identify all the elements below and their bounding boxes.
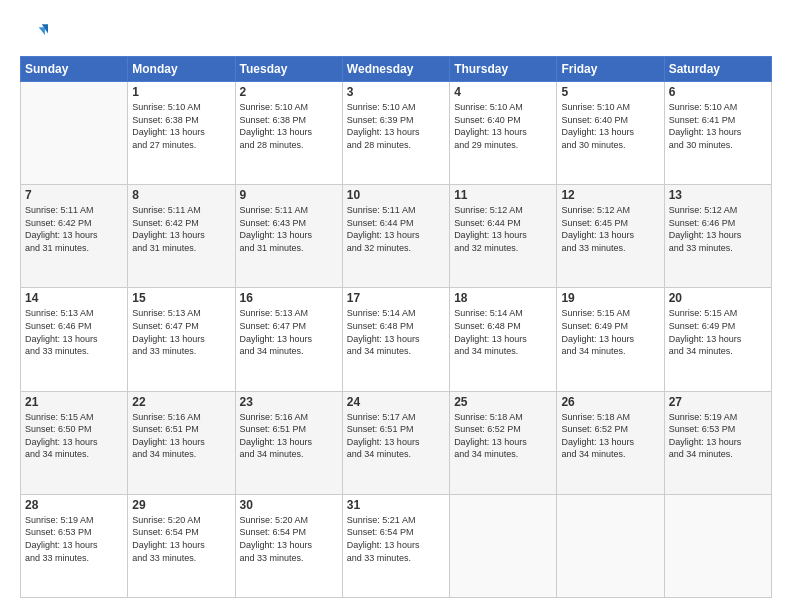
calendar-cell: 27Sunrise: 5:19 AM Sunset: 6:53 PM Dayli… (664, 391, 771, 494)
day-number: 16 (240, 291, 338, 305)
calendar-cell: 30Sunrise: 5:20 AM Sunset: 6:54 PM Dayli… (235, 494, 342, 597)
day-info: Sunrise: 5:10 AM Sunset: 6:38 PM Dayligh… (240, 101, 338, 151)
day-info: Sunrise: 5:18 AM Sunset: 6:52 PM Dayligh… (454, 411, 552, 461)
header (20, 18, 772, 46)
day-info: Sunrise: 5:14 AM Sunset: 6:48 PM Dayligh… (347, 307, 445, 357)
day-number: 30 (240, 498, 338, 512)
calendar-day-header: Saturday (664, 57, 771, 82)
day-info: Sunrise: 5:13 AM Sunset: 6:47 PM Dayligh… (132, 307, 230, 357)
day-number: 7 (25, 188, 123, 202)
logo-icon (20, 18, 48, 46)
day-number: 19 (561, 291, 659, 305)
calendar-cell (21, 82, 128, 185)
day-number: 8 (132, 188, 230, 202)
day-info: Sunrise: 5:19 AM Sunset: 6:53 PM Dayligh… (669, 411, 767, 461)
day-info: Sunrise: 5:14 AM Sunset: 6:48 PM Dayligh… (454, 307, 552, 357)
day-number: 27 (669, 395, 767, 409)
calendar-cell: 14Sunrise: 5:13 AM Sunset: 6:46 PM Dayli… (21, 288, 128, 391)
day-info: Sunrise: 5:11 AM Sunset: 6:43 PM Dayligh… (240, 204, 338, 254)
calendar-cell: 7Sunrise: 5:11 AM Sunset: 6:42 PM Daylig… (21, 185, 128, 288)
day-number: 22 (132, 395, 230, 409)
calendar-cell: 17Sunrise: 5:14 AM Sunset: 6:48 PM Dayli… (342, 288, 449, 391)
day-info: Sunrise: 5:10 AM Sunset: 6:38 PM Dayligh… (132, 101, 230, 151)
day-info: Sunrise: 5:16 AM Sunset: 6:51 PM Dayligh… (240, 411, 338, 461)
calendar-cell: 4Sunrise: 5:10 AM Sunset: 6:40 PM Daylig… (450, 82, 557, 185)
day-info: Sunrise: 5:11 AM Sunset: 6:42 PM Dayligh… (25, 204, 123, 254)
day-number: 9 (240, 188, 338, 202)
day-info: Sunrise: 5:13 AM Sunset: 6:46 PM Dayligh… (25, 307, 123, 357)
calendar-cell (557, 494, 664, 597)
calendar-cell: 26Sunrise: 5:18 AM Sunset: 6:52 PM Dayli… (557, 391, 664, 494)
day-info: Sunrise: 5:11 AM Sunset: 6:42 PM Dayligh… (132, 204, 230, 254)
calendar-cell: 8Sunrise: 5:11 AM Sunset: 6:42 PM Daylig… (128, 185, 235, 288)
day-number: 4 (454, 85, 552, 99)
day-info: Sunrise: 5:12 AM Sunset: 6:45 PM Dayligh… (561, 204, 659, 254)
calendar-week-row: 28Sunrise: 5:19 AM Sunset: 6:53 PM Dayli… (21, 494, 772, 597)
calendar-cell (450, 494, 557, 597)
day-info: Sunrise: 5:15 AM Sunset: 6:49 PM Dayligh… (561, 307, 659, 357)
day-info: Sunrise: 5:15 AM Sunset: 6:49 PM Dayligh… (669, 307, 767, 357)
calendar-cell: 3Sunrise: 5:10 AM Sunset: 6:39 PM Daylig… (342, 82, 449, 185)
calendar-cell: 23Sunrise: 5:16 AM Sunset: 6:51 PM Dayli… (235, 391, 342, 494)
calendar-cell: 13Sunrise: 5:12 AM Sunset: 6:46 PM Dayli… (664, 185, 771, 288)
day-number: 3 (347, 85, 445, 99)
logo (20, 18, 52, 46)
day-number: 12 (561, 188, 659, 202)
day-info: Sunrise: 5:10 AM Sunset: 6:40 PM Dayligh… (454, 101, 552, 151)
day-number: 18 (454, 291, 552, 305)
calendar-cell: 21Sunrise: 5:15 AM Sunset: 6:50 PM Dayli… (21, 391, 128, 494)
day-info: Sunrise: 5:17 AM Sunset: 6:51 PM Dayligh… (347, 411, 445, 461)
day-number: 15 (132, 291, 230, 305)
calendar-cell: 29Sunrise: 5:20 AM Sunset: 6:54 PM Dayli… (128, 494, 235, 597)
day-number: 10 (347, 188, 445, 202)
day-info: Sunrise: 5:11 AM Sunset: 6:44 PM Dayligh… (347, 204, 445, 254)
day-number: 21 (25, 395, 123, 409)
calendar-cell: 31Sunrise: 5:21 AM Sunset: 6:54 PM Dayli… (342, 494, 449, 597)
day-number: 14 (25, 291, 123, 305)
day-number: 5 (561, 85, 659, 99)
day-info: Sunrise: 5:12 AM Sunset: 6:44 PM Dayligh… (454, 204, 552, 254)
calendar-week-row: 21Sunrise: 5:15 AM Sunset: 6:50 PM Dayli… (21, 391, 772, 494)
day-number: 28 (25, 498, 123, 512)
day-info: Sunrise: 5:10 AM Sunset: 6:41 PM Dayligh… (669, 101, 767, 151)
page: SundayMondayTuesdayWednesdayThursdayFrid… (0, 0, 792, 612)
day-number: 24 (347, 395, 445, 409)
calendar-table: SundayMondayTuesdayWednesdayThursdayFrid… (20, 56, 772, 598)
calendar-cell: 28Sunrise: 5:19 AM Sunset: 6:53 PM Dayli… (21, 494, 128, 597)
day-info: Sunrise: 5:18 AM Sunset: 6:52 PM Dayligh… (561, 411, 659, 461)
day-number: 2 (240, 85, 338, 99)
calendar-week-row: 1Sunrise: 5:10 AM Sunset: 6:38 PM Daylig… (21, 82, 772, 185)
calendar-cell: 24Sunrise: 5:17 AM Sunset: 6:51 PM Dayli… (342, 391, 449, 494)
day-number: 26 (561, 395, 659, 409)
day-number: 13 (669, 188, 767, 202)
calendar-week-row: 7Sunrise: 5:11 AM Sunset: 6:42 PM Daylig… (21, 185, 772, 288)
calendar-cell (664, 494, 771, 597)
calendar-cell: 22Sunrise: 5:16 AM Sunset: 6:51 PM Dayli… (128, 391, 235, 494)
day-info: Sunrise: 5:10 AM Sunset: 6:40 PM Dayligh… (561, 101, 659, 151)
calendar-day-header: Thursday (450, 57, 557, 82)
calendar-day-header: Sunday (21, 57, 128, 82)
calendar-cell: 9Sunrise: 5:11 AM Sunset: 6:43 PM Daylig… (235, 185, 342, 288)
calendar-cell: 10Sunrise: 5:11 AM Sunset: 6:44 PM Dayli… (342, 185, 449, 288)
calendar-cell: 1Sunrise: 5:10 AM Sunset: 6:38 PM Daylig… (128, 82, 235, 185)
day-number: 11 (454, 188, 552, 202)
day-info: Sunrise: 5:13 AM Sunset: 6:47 PM Dayligh… (240, 307, 338, 357)
calendar-header-row: SundayMondayTuesdayWednesdayThursdayFrid… (21, 57, 772, 82)
calendar-day-header: Tuesday (235, 57, 342, 82)
svg-marker-1 (39, 27, 45, 35)
calendar-day-header: Wednesday (342, 57, 449, 82)
calendar-cell: 15Sunrise: 5:13 AM Sunset: 6:47 PM Dayli… (128, 288, 235, 391)
day-info: Sunrise: 5:15 AM Sunset: 6:50 PM Dayligh… (25, 411, 123, 461)
day-number: 6 (669, 85, 767, 99)
calendar-day-header: Friday (557, 57, 664, 82)
day-info: Sunrise: 5:16 AM Sunset: 6:51 PM Dayligh… (132, 411, 230, 461)
calendar-cell: 18Sunrise: 5:14 AM Sunset: 6:48 PM Dayli… (450, 288, 557, 391)
calendar-cell: 12Sunrise: 5:12 AM Sunset: 6:45 PM Dayli… (557, 185, 664, 288)
day-number: 20 (669, 291, 767, 305)
day-number: 25 (454, 395, 552, 409)
day-info: Sunrise: 5:20 AM Sunset: 6:54 PM Dayligh… (240, 514, 338, 564)
calendar-cell: 2Sunrise: 5:10 AM Sunset: 6:38 PM Daylig… (235, 82, 342, 185)
day-number: 1 (132, 85, 230, 99)
calendar-cell: 19Sunrise: 5:15 AM Sunset: 6:49 PM Dayli… (557, 288, 664, 391)
day-info: Sunrise: 5:21 AM Sunset: 6:54 PM Dayligh… (347, 514, 445, 564)
